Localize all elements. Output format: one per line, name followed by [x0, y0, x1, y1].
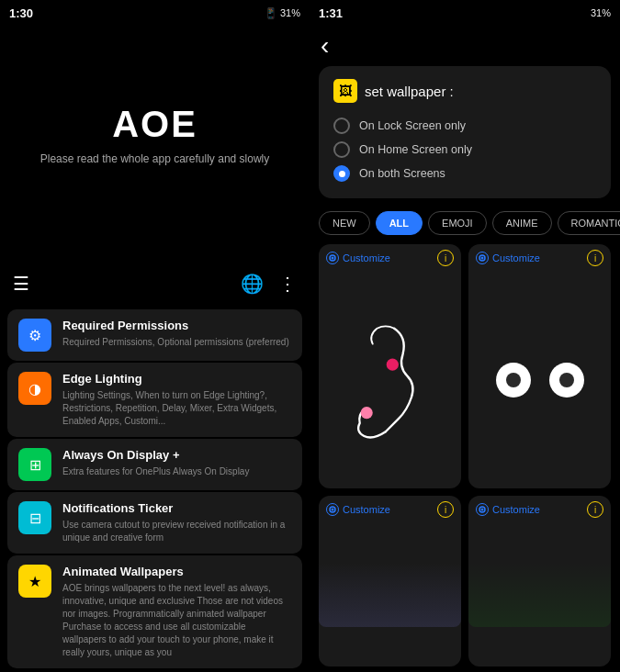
aod-text: Always On Display + Extra features for O…: [62, 448, 291, 478]
customize-icon-4: [476, 503, 489, 516]
notifications-text: Notifications Ticker Use camera cutout t…: [62, 501, 291, 544]
wp3-customize-button[interactable]: Customize: [326, 503, 390, 516]
customize-icon-3: [326, 503, 339, 516]
notifications-icon: ⊟: [18, 501, 51, 534]
right-header: ‹: [310, 26, 620, 66]
right-panel: 1:31 31% ‹ 🖼 set wallpaper : On Lock Scr…: [310, 0, 620, 672]
svg-point-5: [481, 257, 484, 260]
menu-item-notifications[interactable]: ⊟ Notifications Ticker Use camera cutout…: [7, 492, 302, 554]
whatsapp-icon: 📱: [265, 7, 277, 19]
aod-icon: ⊞: [18, 448, 51, 481]
radio-both-circle: [333, 165, 350, 182]
notifications-title: Notifications Ticker: [62, 501, 291, 517]
wallpaper-card-title: set wallpaper :: [365, 84, 454, 99]
permissions-title: Required Permissions: [62, 319, 291, 334]
left-pupil: [506, 373, 521, 387]
wallpaper-item-2[interactable]: Customize i: [468, 244, 611, 488]
edge-lighting-text: Edge Lighting Lighting Settings, When to…: [62, 372, 291, 428]
wp4-top-bar: Customize i: [468, 496, 611, 523]
left-time: 1:30: [9, 6, 33, 20]
left-eye: [496, 363, 531, 398]
wallpapers-icon: ★: [18, 565, 51, 598]
wp4-preview: [468, 523, 611, 666]
wallpaper-setting-icon: 🖼: [333, 79, 357, 103]
svg-point-2: [387, 359, 399, 371]
app-subtitle: Please read the whole app carefully and …: [13, 152, 297, 165]
wallpaper-item-4[interactable]: Customize i: [468, 496, 611, 666]
wp2-info-button[interactable]: i: [587, 250, 603, 266]
tab-emoji[interactable]: EMOJI: [428, 211, 487, 235]
customize-icon-1: [326, 252, 339, 264]
wp2-eyes: [468, 311, 611, 449]
left-hero: AOE Please read the whole app carefully …: [0, 26, 310, 262]
left-toolbar: ☰ 🌐 ⋮: [0, 262, 310, 306]
tab-romantic[interactable]: ROMANTIC: [558, 211, 620, 235]
aod-title: Always On Display +: [62, 448, 291, 464]
right-battery: 31%: [591, 7, 611, 18]
battery-left: 31%: [280, 7, 300, 18]
edge-lighting-desc: Lighting Settings, When to turn on Edge …: [62, 389, 291, 428]
tab-new[interactable]: NEW: [319, 211, 370, 235]
wallpaper-item-1[interactable]: Customize i: [319, 244, 461, 488]
back-button[interactable]: ‹: [321, 31, 329, 61]
wp3-customize-label: Customize: [343, 504, 390, 515]
globe-icon[interactable]: 🌐: [241, 273, 264, 295]
wp4-customize-button[interactable]: Customize: [476, 503, 540, 516]
svg-point-1: [332, 257, 334, 260]
wp3-info-button[interactable]: i: [437, 501, 454, 518]
wp1-info-button[interactable]: i: [437, 250, 454, 266]
tab-all[interactable]: ALL: [376, 211, 423, 235]
right-pupil: [559, 373, 574, 387]
wp2-customize-label: Customize: [492, 252, 540, 263]
filter-tabs: NEW ALL EMOJI ANIME ROMANTIC NAT: [310, 207, 620, 239]
menu-item-permissions[interactable]: ⚙ Required Permissions Required Permissi…: [7, 309, 302, 361]
permissions-desc: Required Permissions, Optional permissio…: [62, 336, 291, 349]
wp1-customize-label: Customize: [343, 252, 390, 263]
menu-item-wallpapers[interactable]: ★ Animated Wallpapers AOE brings wallpap…: [7, 555, 302, 668]
wallpapers-desc: AOE brings wallpapers to the next level!…: [62, 582, 291, 659]
wallpaper-settings-card: 🖼 set wallpaper : On Lock Screen only On…: [319, 66, 611, 198]
menu-list: ⚙ Required Permissions Required Permissi…: [0, 306, 310, 672]
customize-icon-2: [476, 252, 489, 264]
svg-point-7: [332, 509, 334, 511]
permissions-text: Required Permissions Required Permission…: [62, 319, 291, 349]
permissions-icon: ⚙: [18, 319, 51, 352]
radio-home-label: On Home Screen only: [359, 143, 472, 156]
menu-item-edge-lighting[interactable]: ◑ Edge Lighting Lighting Settings, When …: [7, 363, 302, 437]
wallpaper-title-row: 🖼 set wallpaper :: [333, 79, 596, 103]
radio-both-label: On both Screens: [359, 167, 445, 180]
hamburger-icon[interactable]: ☰: [13, 273, 29, 295]
left-panel: 1:30 📱 31% AOE Please read the whole app…: [0, 0, 310, 672]
right-status-bar: 1:31 31%: [310, 0, 620, 26]
wallpaper-grid: Customize i: [310, 239, 620, 672]
tab-anime[interactable]: ANIME: [492, 211, 552, 235]
wallpapers-title: Animated Wallpapers: [62, 565, 291, 580]
app-title: AOE: [112, 104, 197, 145]
edge-lighting-icon: ◑: [18, 372, 51, 405]
radio-home-screen[interactable]: On Home Screen only: [333, 138, 596, 162]
wallpaper-item-3[interactable]: Customize i: [319, 496, 461, 666]
wp3-preview: [319, 523, 461, 666]
right-status-icons: 31%: [591, 7, 611, 18]
left-status-bar: 1:30 📱 31%: [0, 0, 310, 26]
more-icon[interactable]: ⋮: [278, 273, 297, 295]
svg-point-3: [361, 407, 373, 419]
menu-item-aod[interactable]: ⊞ Always On Display + Extra features for…: [7, 439, 302, 490]
radio-lock-label: On Lock Screen only: [359, 119, 466, 132]
svg-point-9: [481, 509, 484, 511]
radio-lock-circle: [333, 118, 350, 134]
radio-both-screens[interactable]: On both Screens: [333, 162, 596, 185]
wp2-preview: [468, 272, 611, 488]
wp2-top-bar: Customize i: [468, 244, 611, 272]
edge-lighting-title: Edge Lighting: [62, 372, 291, 387]
radio-home-circle: [333, 141, 350, 158]
wp1-customize-button[interactable]: Customize: [326, 252, 390, 264]
wp1-top-bar: Customize i: [319, 244, 461, 272]
wp2-customize-button[interactable]: Customize: [476, 252, 540, 264]
right-time: 1:31: [319, 6, 343, 20]
left-status-icons: 📱 31%: [265, 7, 300, 19]
radio-lock-screen[interactable]: On Lock Screen only: [333, 114, 596, 138]
wallpapers-text: Animated Wallpapers AOE brings wallpaper…: [62, 565, 291, 659]
notifications-desc: Use camera cutout to preview received no…: [62, 519, 291, 544]
wp4-info-button[interactable]: i: [587, 501, 603, 518]
